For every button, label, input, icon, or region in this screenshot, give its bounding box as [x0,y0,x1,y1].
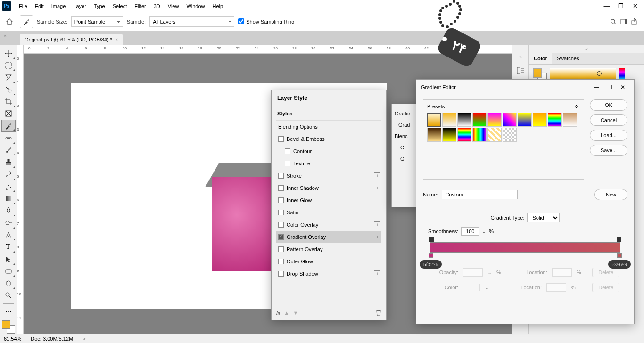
style-inner-shadow[interactable]: Inner Shadow+ [276,182,381,194]
ok-button[interactable]: OK [590,99,627,111]
menu-layer[interactable]: Layer [69,1,90,11]
restore-button[interactable]: ❐ [614,1,628,11]
history-brush-tool[interactable] [1,168,16,180]
menu-window[interactable]: Window [182,1,208,11]
edit-toolbar-icon[interactable]: ⋯ [1,306,16,318]
menu-image[interactable]: Image [48,1,70,11]
delete-stop-button[interactable]: Delete [592,283,619,292]
menu-help[interactable]: Help [209,1,227,11]
location-input[interactable] [552,268,572,277]
gradient-name-input[interactable] [442,190,518,199]
preset-swatch[interactable] [548,113,562,127]
preset-swatch[interactable] [442,113,456,127]
menu-type[interactable]: Type [90,1,109,11]
blending-options-item[interactable]: Blending Options [276,121,381,133]
preset-swatch[interactable] [427,113,441,127]
eyedropper-tool[interactable] [1,120,16,132]
delete-stop-button[interactable]: Delete [592,268,619,277]
add-effect-icon[interactable]: + [374,270,380,277]
presets-menu-icon[interactable]: ✲. [574,104,580,110]
minimize-button[interactable]: — [600,1,614,11]
new-button[interactable]: New [594,189,627,200]
collapse-panels-icon[interactable]: » [519,55,522,60]
opacity-stop-right[interactable] [617,237,621,242]
opacity-stop-left[interactable] [429,237,434,242]
preset-swatch[interactable] [442,128,456,142]
menu-3d[interactable]: 3D [150,1,164,11]
style-stroke[interactable]: Stroke+ [276,170,381,182]
tool-preset-icon[interactable] [20,15,33,28]
guide-line[interactable] [268,45,268,334]
document-tab[interactable]: Original.psd @ 61.5% (DD, RGB/8#) * × [20,34,123,45]
frame-tool[interactable] [1,108,16,120]
sample-size-select[interactable]: Point Sample [71,16,123,27]
cancel-button[interactable]: Cancel [590,114,627,126]
preset-swatch[interactable] [563,113,577,127]
move-down-icon[interactable]: ▼ [293,310,298,316]
preset-swatch[interactable] [472,113,487,127]
preset-swatch[interactable] [533,113,547,127]
eraser-tool[interactable] [1,180,16,193]
crop-tool[interactable] [1,96,16,108]
add-effect-icon[interactable]: + [374,172,380,179]
tab-color[interactable]: Color [529,53,552,64]
dialog-title[interactable]: Layer Style [272,90,386,106]
gradient-type-select[interactable]: Solid [527,213,560,222]
history-panel-icon[interactable] [516,66,525,75]
preset-swatch[interactable] [457,113,471,127]
add-effect-icon[interactable]: + [374,185,380,191]
style-inner-glow[interactable]: Inner Glow [276,194,381,206]
preset-swatch[interactable] [487,128,502,142]
pen-tool[interactable] [1,229,16,241]
save-button[interactable]: Save... [590,145,627,156]
marquee-tool[interactable] [1,59,16,72]
preset-swatch[interactable] [457,128,471,142]
preset-swatch[interactable] [518,113,532,127]
menu-view[interactable]: View [164,1,183,11]
menu-filter[interactable]: Filter [131,1,149,11]
search-icon[interactable] [610,18,617,25]
preset-swatch[interactable] [427,128,441,142]
trash-icon[interactable] [376,310,381,316]
tab-swatches[interactable]: Swatches [552,53,584,64]
workspace-icon[interactable] [620,18,627,25]
menu-select[interactable]: Select [109,1,131,11]
smoothness-input[interactable] [461,227,479,236]
dodge-tool[interactable] [1,217,16,229]
color-stop-left[interactable] [429,253,433,258]
preset-swatch[interactable] [487,113,502,127]
style-contour[interactable]: Contour [276,145,381,157]
gradient-bar[interactable]: bf327b c35659 [430,242,620,253]
brush-tool[interactable] [1,144,16,156]
style-satin[interactable]: Satin [276,206,381,219]
hand-tool[interactable] [1,277,16,289]
style-bevel-emboss[interactable]: Bevel & Emboss [276,133,381,145]
share-icon[interactable] [631,18,637,25]
style-texture[interactable]: Texture [276,157,381,170]
gradient-tool[interactable] [1,192,16,204]
styles-header[interactable]: Styles [276,106,381,121]
style-color-overlay[interactable]: Color Overlay+ [276,219,381,231]
stamp-tool[interactable] [1,156,16,168]
move-up-icon[interactable]: ▲ [284,310,289,316]
close-button[interactable]: ✕ [616,82,629,92]
style-outer-glow[interactable]: Outer Glow [276,255,381,268]
blur-tool[interactable] [1,204,16,217]
style-gradient-overlay[interactable]: Gradient Overlay+ [276,231,381,243]
style-pattern-overlay[interactable]: Pattern Overlay [276,243,381,255]
minimize-button[interactable]: — [590,82,603,92]
healing-tool[interactable] [1,132,16,144]
shape-tool[interactable] [1,265,16,278]
collapse-icon[interactable]: « [4,33,7,38]
home-icon[interactable] [3,15,16,28]
preset-swatch[interactable] [503,113,517,127]
preset-swatch[interactable] [472,128,487,142]
color-stop-right[interactable] [617,253,622,258]
close-button[interactable]: ✕ [628,1,642,11]
add-effect-icon[interactable]: + [374,234,380,240]
maximize-button[interactable]: ☐ [603,82,616,92]
style-drop-shadow[interactable]: Drop Shadow+ [276,268,381,280]
show-sampling-ring-checkbox[interactable]: Show Sampling Ring [238,18,294,24]
sample-select[interactable]: All Layers [149,16,234,27]
menu-file[interactable]: File [15,1,31,11]
